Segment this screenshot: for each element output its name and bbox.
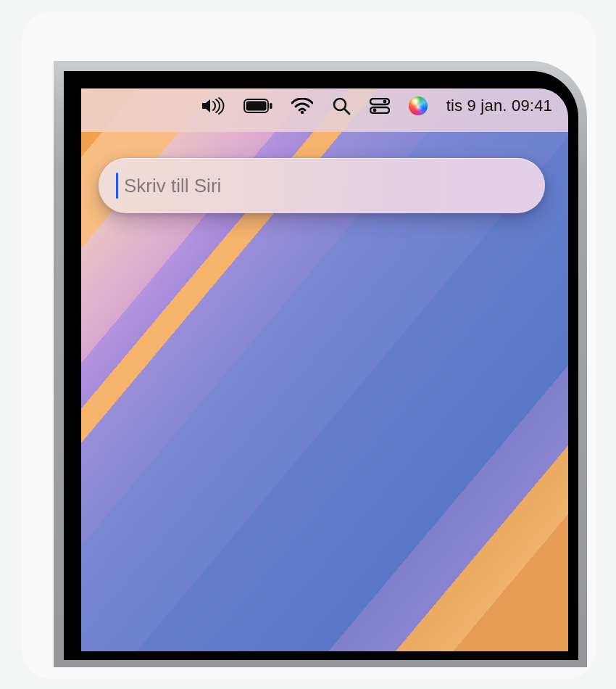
- siri-input[interactable]: [122, 174, 528, 198]
- svg-rect-2: [270, 103, 272, 109]
- screen: tis 9 jan. 09:41: [81, 88, 568, 651]
- device-bezel-inner: tis 9 jan. 09:41: [64, 71, 578, 660]
- device-bezel-outer: tis 9 jan. 09:41: [54, 61, 587, 667]
- type-to-siri-panel[interactable]: [99, 158, 545, 213]
- svg-point-9: [372, 109, 376, 112]
- menubar-datetime[interactable]: tis 9 jan. 09:41: [446, 96, 552, 115]
- battery-icon[interactable]: [244, 99, 272, 113]
- volume-icon[interactable]: [200, 97, 225, 115]
- svg-point-7: [383, 100, 386, 104]
- search-icon[interactable]: [332, 96, 351, 115]
- text-caret: [116, 173, 118, 199]
- wifi-icon[interactable]: [291, 98, 313, 114]
- svg-point-3: [301, 111, 304, 114]
- screenshot-card: tis 9 jan. 09:41: [22, 12, 596, 679]
- svg-line-5: [344, 110, 349, 115]
- control-center-icon[interactable]: [370, 98, 390, 114]
- siri-icon[interactable]: [409, 96, 428, 115]
- menubar: tis 9 jan. 09:41: [81, 88, 568, 123]
- svg-rect-1: [246, 102, 266, 111]
